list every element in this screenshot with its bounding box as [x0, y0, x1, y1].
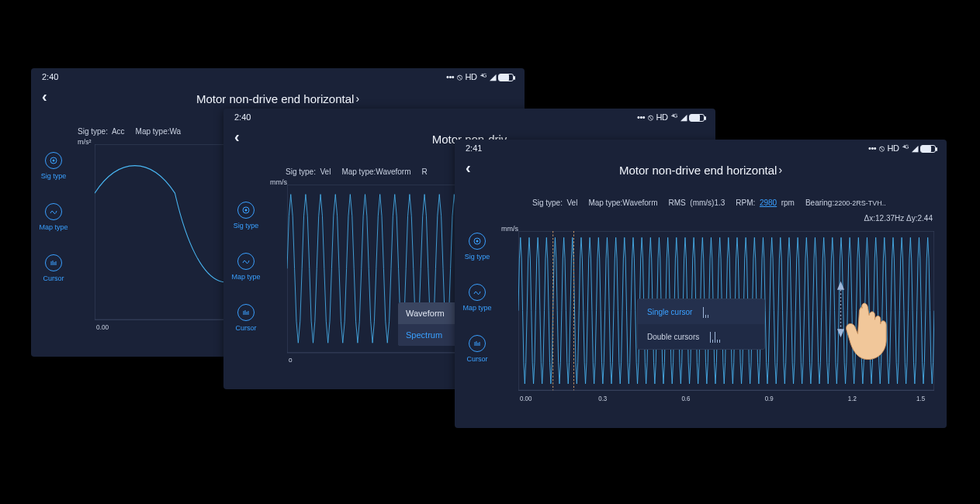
bearing-value[interactable]: 2200-2RS-TVH.. [834, 199, 886, 207]
map-type-button[interactable]: Map type [39, 203, 68, 231]
title-bar: ‹ Motor non-drive end horizontal› [455, 157, 947, 183]
status-bar: 2:40 •••⦸HD⁴ᴳ◢ [223, 109, 715, 126]
svg-point-23 [476, 240, 479, 243]
cursor-label: Cursor [466, 355, 487, 363]
svg-point-11 [245, 209, 248, 212]
clock: 2:40 [234, 112, 251, 122]
info-line: Sig type: Vel Map type:Waveform RMS (mm/… [532, 198, 936, 207]
double-cursors-glyph-icon [710, 330, 733, 343]
side-toolbar: Sig type Map type Cursor [228, 202, 264, 332]
svg-text:0.6: 0.6 [681, 394, 690, 402]
svg-text:0: 0 [289, 357, 293, 364]
page-title: Motor non-drive end horizontal [196, 92, 354, 105]
cursor-button[interactable]: Cursor [43, 254, 64, 282]
status-icons: •••⦸HD⁴ᴳ◢ [865, 143, 936, 154]
title-bar: ‹ Motor non-drive end horizontal› [31, 85, 525, 112]
double-cursors-option[interactable]: Double cursors [638, 324, 764, 349]
sig-type-button[interactable]: Sig type [234, 202, 259, 230]
sig-type-label: Sig type [41, 172, 67, 180]
y-unit: mm/s [501, 225, 518, 233]
y-unit: m/s² [78, 138, 92, 146]
sig-type-button[interactable]: Sig type [465, 233, 490, 261]
map-type-label: Map type [231, 273, 260, 281]
back-icon[interactable]: ‹ [234, 129, 240, 144]
y-unit: mm/s [270, 178, 287, 186]
cursor-icon [45, 254, 62, 271]
status-icons: •••⦸HD⁴ᴳ◢ [634, 112, 705, 123]
page-title: Motor non-drive end horizontal [619, 164, 777, 177]
svg-text:0.9: 0.9 [765, 394, 774, 402]
single-cursor-option[interactable]: Single cursor [638, 299, 764, 324]
cursor-button[interactable]: Cursor [466, 335, 487, 363]
svg-text:1.2: 1.2 [848, 394, 857, 402]
sig-type-label: Sig type [234, 222, 259, 230]
map-type-icon [237, 253, 255, 270]
sig-type-icon [469, 233, 486, 250]
cursor-label: Cursor [235, 324, 256, 332]
sig-type-button[interactable]: Sig type [41, 152, 67, 180]
sig-type-label: Sig type [465, 253, 490, 261]
svg-text:0.00: 0.00 [96, 323, 109, 331]
cursor-icon [469, 335, 486, 352]
status-bar: 2:40 •••⦸HD⁴ᴳ◢ [31, 68, 525, 85]
single-cursor-glyph-icon [703, 306, 726, 318]
cursor-label: Cursor [43, 274, 64, 282]
clock: 2:40 [42, 72, 58, 81]
svg-text:0.3: 0.3 [598, 394, 607, 402]
map-type-icon [45, 203, 62, 220]
chevron-right-icon[interactable]: › [778, 164, 782, 176]
map-type-button[interactable]: Map type [462, 284, 491, 312]
clock: 2:41 [466, 143, 482, 153]
sig-type-icon [45, 152, 62, 169]
sig-type-icon [237, 202, 255, 219]
map-type-icon [469, 284, 486, 301]
rpm-value[interactable]: 2980 [760, 198, 777, 207]
double-cursors-label: Double cursors [647, 333, 699, 341]
screenshot-panel-3: 2:41 •••⦸HD⁴ᴳ◢ ‹ Motor non-drive end hor… [455, 140, 947, 428]
side-toolbar: Sig type Map type Cursor [459, 233, 495, 363]
cursor-mode-popover[interactable]: Single cursor Double cursors [637, 299, 765, 350]
status-bar: 2:41 •••⦸HD⁴ᴳ◢ [455, 140, 947, 157]
cursor-button[interactable]: Cursor [235, 304, 256, 332]
back-icon[interactable]: ‹ [466, 160, 471, 175]
chevron-right-icon[interactable]: › [355, 92, 359, 105]
side-toolbar: Sig type Map type Cursor [36, 152, 71, 282]
map-type-button[interactable]: Map type [231, 253, 260, 281]
delta-readout: Δx:12.37Hz Δy:2.44 [864, 214, 933, 223]
back-icon[interactable]: ‹ [42, 88, 47, 104]
svg-text:1.5: 1.5 [916, 394, 925, 402]
svg-point-1 [53, 160, 55, 162]
svg-text:0.00: 0.00 [520, 394, 532, 402]
map-type-label: Map type [462, 304, 491, 312]
cursor-icon [237, 304, 255, 321]
single-cursor-label: Single cursor [647, 308, 692, 316]
map-type-label: Map type [39, 223, 68, 231]
status-icons: •••⦸HD⁴ᴳ◢ [443, 72, 514, 82]
